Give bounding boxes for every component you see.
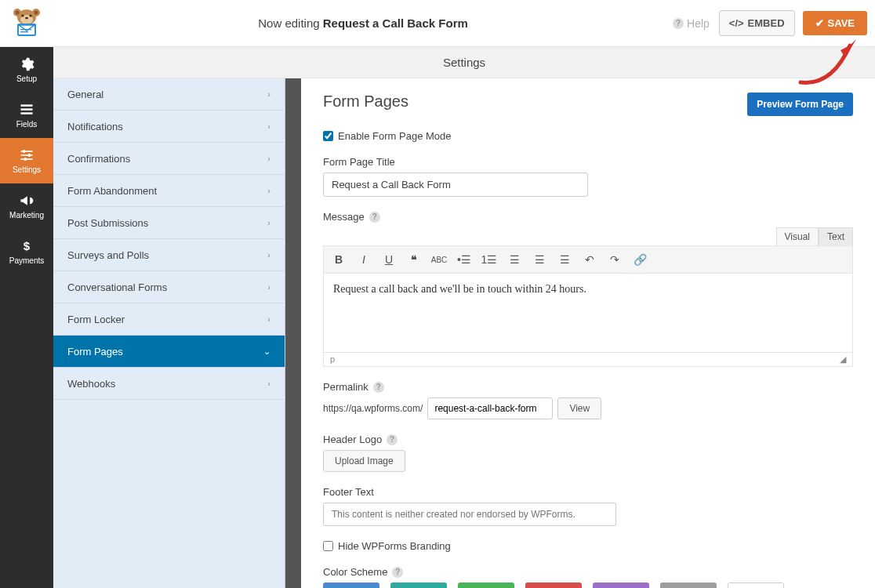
wpforms-logo bbox=[0, 6, 53, 41]
align-center-icon[interactable]: ☰ bbox=[531, 251, 548, 268]
hide-branding-label: Hide WPForms Branding bbox=[338, 540, 451, 552]
settings-item-label: Confirmations bbox=[67, 153, 130, 165]
footer-text-input[interactable] bbox=[323, 503, 616, 526]
nav-rail: Setup Fields Settings Marketing $ Paymen… bbox=[0, 47, 53, 588]
help-icon[interactable]: ? bbox=[387, 434, 398, 445]
chevron-right-icon: › bbox=[267, 186, 270, 195]
svg-point-21 bbox=[23, 150, 26, 153]
mascot-icon bbox=[9, 6, 44, 41]
enable-form-page-checkbox[interactable] bbox=[323, 131, 333, 141]
help-icon[interactable]: ? bbox=[392, 567, 403, 578]
upload-image-button[interactable]: Upload Image bbox=[323, 450, 405, 472]
number-list-icon[interactable]: 1☰ bbox=[481, 251, 498, 268]
svg-point-22 bbox=[27, 154, 31, 157]
code-icon: </> bbox=[729, 17, 744, 29]
editor-toolbar: B I U ❝ ABC •☰ 1☰ ☰ ☰ ☰ ↶ ↷ 🔗 bbox=[324, 246, 852, 274]
color-scheme-label: Color Scheme ? bbox=[323, 566, 853, 578]
chevron-right-icon: › bbox=[267, 379, 270, 388]
help-icon: ? bbox=[673, 18, 684, 29]
editor-tabs: Visual Text bbox=[323, 227, 853, 245]
nav-settings-label: Settings bbox=[13, 165, 41, 174]
preview-form-page-button[interactable]: Preview Form Page bbox=[747, 93, 853, 116]
settings-item-general[interactable]: General› bbox=[53, 78, 285, 111]
strike-icon[interactable]: ABC bbox=[430, 251, 448, 268]
settings-item-webhooks[interactable]: Webhooks› bbox=[53, 368, 285, 400]
chevron-right-icon: › bbox=[267, 314, 270, 324]
page-heading: Form Pages bbox=[323, 93, 408, 111]
nav-marketing[interactable]: Marketing bbox=[0, 183, 53, 229]
chevron-right-icon: › bbox=[267, 282, 270, 292]
settings-item-form-pages[interactable]: Form Pages⌄ bbox=[53, 336, 285, 368]
permalink-label: Permalink ? bbox=[323, 381, 853, 393]
dollar-icon: $ bbox=[19, 238, 34, 254]
color-picker-button[interactable]: ✎ bbox=[728, 583, 784, 588]
settings-item-confirmations[interactable]: Confirmations› bbox=[53, 143, 285, 175]
bullet-list-icon[interactable]: •☰ bbox=[456, 251, 473, 268]
svg-rect-12 bbox=[20, 31, 28, 32]
bullhorn-icon bbox=[19, 193, 34, 209]
nav-settings[interactable]: Settings bbox=[0, 138, 53, 183]
content-pane: Form Pages Preview Form Page Enable Form… bbox=[301, 78, 875, 588]
settings-item-notifications[interactable]: Notifications› bbox=[53, 111, 285, 143]
bold-icon[interactable]: B bbox=[330, 251, 347, 268]
header-logo-row: Header Logo ? Upload Image bbox=[323, 434, 853, 472]
settings-item-form-abandonment[interactable]: Form Abandonment› bbox=[53, 175, 285, 207]
settings-item-post-submissions[interactable]: Post Submissions› bbox=[53, 207, 285, 239]
settings-item-surveys-and-polls[interactable]: Surveys and Polls› bbox=[53, 239, 285, 271]
settings-item-form-locker[interactable]: Form Locker› bbox=[53, 303, 285, 336]
settings-item-label: Conversational Forms bbox=[67, 281, 167, 293]
undo-icon[interactable]: ↶ bbox=[581, 251, 598, 268]
color-swatch[interactable] bbox=[660, 583, 717, 588]
align-right-icon[interactable]: ☰ bbox=[556, 251, 573, 268]
settings-item-conversational-forms[interactable]: Conversational Forms› bbox=[53, 271, 285, 303]
settings-item-label: Form Abandonment bbox=[67, 185, 157, 197]
nav-setup[interactable]: Setup bbox=[0, 47, 53, 93]
permalink-slug-input[interactable] bbox=[427, 397, 553, 419]
help-icon[interactable]: ? bbox=[369, 212, 380, 223]
nav-fields-label: Fields bbox=[16, 120, 38, 129]
align-left-icon[interactable]: ☰ bbox=[506, 251, 523, 268]
color-swatch[interactable] bbox=[458, 583, 514, 588]
editor-tab-visual[interactable]: Visual bbox=[776, 227, 819, 245]
color-swatch[interactable] bbox=[390, 583, 447, 588]
nav-setup-label: Setup bbox=[16, 74, 37, 83]
editor-status-bar: p ◢ bbox=[324, 352, 852, 366]
message-label: Message ? bbox=[323, 211, 853, 223]
color-swatch[interactable] bbox=[323, 583, 379, 588]
editing-prefix: Now editing bbox=[258, 16, 323, 30]
svg-rect-15 bbox=[21, 104, 33, 107]
blockquote-icon[interactable]: ❝ bbox=[405, 251, 423, 268]
nav-payments[interactable]: $ Payments bbox=[0, 229, 53, 274]
svg-text:$: $ bbox=[24, 239, 31, 252]
help-icon[interactable]: ? bbox=[373, 382, 384, 393]
resize-handle-icon[interactable]: ◢ bbox=[840, 354, 846, 365]
form-title-row: Form Page Title bbox=[323, 156, 853, 197]
underline-icon[interactable]: U bbox=[380, 251, 398, 268]
redo-icon[interactable]: ↷ bbox=[606, 251, 623, 268]
help-link[interactable]: ? Help bbox=[673, 17, 710, 30]
header-logo-label: Header Logo ? bbox=[323, 434, 853, 445]
nav-marketing-label: Marketing bbox=[9, 211, 44, 220]
panel-header: Settings bbox=[53, 47, 875, 78]
editor-body[interactable]: Request a call back and we'll be in touc… bbox=[324, 274, 852, 352]
color-swatch[interactable]: ✔ bbox=[525, 583, 582, 588]
color-scheme-row: Color Scheme ? ✔✎ bbox=[323, 566, 853, 588]
hide-branding-row: Hide WPForms Branding bbox=[323, 540, 853, 552]
embed-label: EMBED bbox=[748, 17, 785, 29]
italic-icon[interactable]: I bbox=[355, 251, 372, 268]
svg-point-23 bbox=[24, 158, 27, 161]
hide-branding-checkbox[interactable] bbox=[323, 541, 333, 551]
form-title-input[interactable] bbox=[323, 172, 588, 197]
link-icon[interactable]: 🔗 bbox=[631, 251, 648, 268]
settings-item-label: Notifications bbox=[67, 121, 123, 132]
save-button[interactable]: ✔ SAVE bbox=[803, 11, 867, 35]
nav-fields[interactable]: Fields bbox=[0, 93, 53, 138]
editor-path: p bbox=[330, 354, 335, 365]
view-button[interactable]: View bbox=[557, 397, 601, 419]
editor-tab-text[interactable]: Text bbox=[819, 227, 853, 245]
svg-rect-17 bbox=[21, 112, 33, 114]
main-layout: Setup Fields Settings Marketing $ Paymen… bbox=[0, 78, 875, 588]
chevron-right-icon: › bbox=[267, 154, 270, 163]
embed-button[interactable]: </> EMBED bbox=[719, 10, 795, 36]
color-swatch[interactable] bbox=[593, 583, 649, 588]
